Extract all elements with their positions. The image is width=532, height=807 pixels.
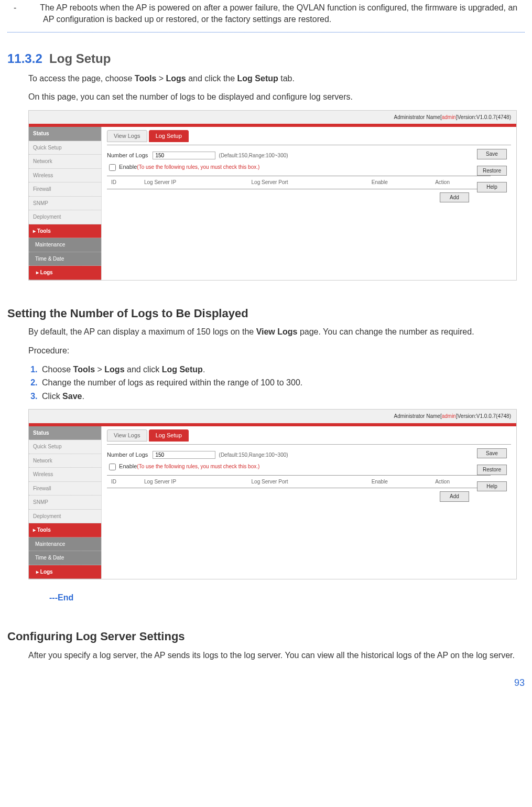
enable-checkbox[interactable] bbox=[109, 164, 116, 171]
tab-log-setup[interactable]: Log Setup bbox=[149, 429, 189, 442]
sub1-paragraph: By default, the AP can display a maximum… bbox=[28, 326, 525, 338]
tab-log-setup[interactable]: Log Setup bbox=[149, 130, 189, 142]
th-ip: Log Server IP bbox=[141, 177, 247, 188]
sidebar-item-network[interactable]: Network bbox=[29, 454, 101, 468]
sidebar-item-logs[interactable]: ▸ Logs bbox=[29, 266, 101, 280]
num-logs-hint: (Default:150,Range:100~300) bbox=[219, 452, 288, 458]
th-ip: Log Server IP bbox=[141, 477, 247, 487]
sidebar-item-wireless[interactable]: Wireless bbox=[29, 169, 101, 183]
num-logs-input[interactable] bbox=[153, 152, 215, 159]
sidebar-item-deployment[interactable]: Deployment bbox=[29, 210, 101, 224]
log-server-table: ID Log Server IP Log Server Port Enable … bbox=[107, 176, 491, 189]
enable-label: Enable bbox=[119, 164, 137, 170]
step-3: Click Save. bbox=[40, 391, 525, 402]
num-logs-hint: (Default:150,Range:100~300) bbox=[219, 153, 288, 158]
step-2: Change the number of logs as required wi… bbox=[40, 377, 525, 389]
th-port: Log Server Port bbox=[248, 177, 367, 188]
sidebar-item-tools[interactable]: ▸ Tools bbox=[29, 224, 101, 239]
dash-icon: - bbox=[28, 2, 38, 14]
sidebar-item-maintenance[interactable]: Maintenance bbox=[29, 537, 101, 552]
section-title: Log Setup bbox=[49, 51, 111, 66]
sidebar-item-quick-setup[interactable]: Quick Setup bbox=[29, 440, 101, 454]
intro-paragraph-2: On this page, you can set the number of … bbox=[28, 91, 525, 103]
num-logs-label: Number of Logs bbox=[107, 451, 148, 458]
sidebar-item-network[interactable]: Network bbox=[29, 155, 101, 169]
sidebar-item-maintenance[interactable]: Maintenance bbox=[29, 238, 101, 252]
sidebar-item-firewall[interactable]: Firewall bbox=[29, 482, 101, 496]
th-id: ID bbox=[108, 477, 140, 487]
th-id: ID bbox=[108, 177, 140, 188]
help-button[interactable]: Help bbox=[477, 182, 507, 192]
note-text: The AP reboots when the AP is powered on… bbox=[40, 3, 517, 24]
sidebar: Status Quick Setup Network Wireless Fire… bbox=[29, 127, 102, 280]
enable-hint: (To use the following rules, you must ch… bbox=[137, 165, 259, 170]
sidebar-item-snmp[interactable]: SNMP bbox=[29, 496, 101, 510]
tabs: View Logs Log Setup bbox=[107, 429, 511, 442]
sidebar: Status Quick Setup Network Wireless Fire… bbox=[29, 426, 102, 579]
enable-checkbox[interactable] bbox=[109, 464, 116, 470]
th-enable: Enable bbox=[368, 477, 431, 487]
divider bbox=[7, 32, 525, 33]
add-button[interactable]: Add bbox=[440, 491, 469, 502]
enable-label: Enable bbox=[119, 463, 137, 469]
subheading-log-server: Configuring Log Server Settings bbox=[7, 629, 525, 644]
screenshot-log-setup-2: Administrator Name[admin]Version:V1.0.0.… bbox=[28, 409, 517, 579]
sidebar-item-tools[interactable]: ▸ Tools bbox=[29, 523, 101, 537]
procedure-label: Procedure: bbox=[28, 345, 525, 357]
sidebar-item-logs[interactable]: ▸ Logs bbox=[29, 565, 101, 579]
save-button[interactable]: Save bbox=[477, 149, 507, 159]
help-button[interactable]: Help bbox=[477, 481, 507, 492]
section-heading: 11.3.2 Log Setup bbox=[7, 50, 525, 67]
subheading-setting-number: Setting the Number of Logs to Be Display… bbox=[7, 306, 525, 321]
sidebar-item-firewall[interactable]: Firewall bbox=[29, 182, 101, 197]
sub2-paragraph: After you specify a log server, the AP s… bbox=[28, 650, 525, 661]
page-number: 93 bbox=[7, 676, 525, 689]
tab-view-logs[interactable]: View Logs bbox=[107, 429, 147, 442]
sidebar-item-quick-setup[interactable]: Quick Setup bbox=[29, 141, 101, 155]
restore-button[interactable]: Restore bbox=[477, 465, 507, 475]
sidebar-item-deployment[interactable]: Deployment bbox=[29, 510, 101, 524]
window-titlebar: Administrator Name[admin]Version:V1.0.0.… bbox=[29, 410, 516, 423]
enable-hint: (To use the following rules, you must ch… bbox=[137, 464, 259, 469]
procedure-steps: Choose Tools > Logs and click Log Setup.… bbox=[28, 364, 525, 402]
sidebar-item-time-date[interactable]: Time & Date bbox=[29, 252, 101, 266]
save-button[interactable]: Save bbox=[477, 448, 507, 459]
add-button[interactable]: Add bbox=[440, 192, 469, 203]
num-logs-input[interactable] bbox=[153, 451, 215, 459]
sidebar-item-snmp[interactable]: SNMP bbox=[29, 197, 101, 211]
log-server-table: ID Log Server IP Log Server Port Enable … bbox=[107, 475, 491, 489]
tabs: View Logs Log Setup bbox=[107, 130, 511, 142]
intro-paragraph-1: To access the page, choose Tools > Logs … bbox=[28, 73, 525, 84]
sidebar-item-status[interactable]: Status bbox=[29, 426, 101, 440]
sidebar-item-status[interactable]: Status bbox=[29, 127, 101, 141]
num-logs-label: Number of Logs bbox=[107, 152, 148, 158]
end-marker: ---End bbox=[49, 592, 525, 604]
screenshot-log-setup-1: Administrator Name[admin]Version:V1.0.0.… bbox=[28, 110, 517, 281]
th-port: Log Server Port bbox=[248, 477, 367, 487]
sidebar-item-time-date[interactable]: Time & Date bbox=[29, 551, 101, 565]
th-enable: Enable bbox=[368, 177, 431, 188]
window-titlebar: Administrator Name[admin]Version:V1.0.0.… bbox=[29, 111, 516, 124]
tab-view-logs[interactable]: View Logs bbox=[107, 130, 147, 142]
sidebar-item-wireless[interactable]: Wireless bbox=[29, 468, 101, 482]
section-number: 11.3.2 bbox=[7, 51, 42, 66]
note-item: - The AP reboots when the AP is powered … bbox=[7, 2, 525, 25]
step-1: Choose Tools > Logs and click Log Setup. bbox=[40, 364, 525, 375]
restore-button[interactable]: Restore bbox=[477, 166, 507, 176]
